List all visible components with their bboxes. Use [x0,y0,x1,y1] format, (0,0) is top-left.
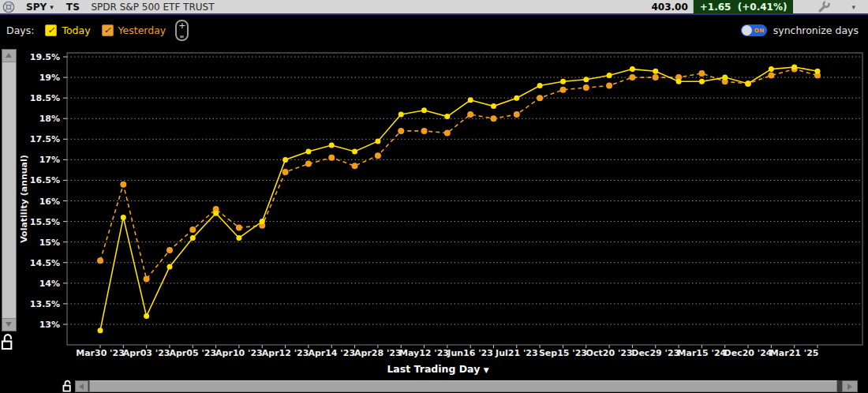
series-point-today [491,103,496,109]
compass-icon[interactable] [2,1,15,13]
arrow-right-icon [847,384,852,390]
series-point-today [560,79,566,84]
instrument-title: SPDR S&P 500 ETF TRUST [92,2,215,13]
series-point-today [653,69,658,74]
series-point-today [514,95,519,101]
x-tick-label: Dec29 '23 [631,348,679,358]
today-checkbox-icon: ✓ [45,24,57,36]
series-point-yesterday [328,155,335,161]
series-point-yesterday [421,128,428,134]
series-point-today [791,65,797,70]
ts-badge: TS [66,2,80,13]
volatility-chart[interactable]: 19.5%19%18.5%18%17.5%17%16.5%16%15.5%15%… [0,47,868,379]
x-tick-label: Oct20 '23 [586,348,633,358]
y-tick-label: 15.5% [30,217,60,227]
series-point-yesterday [444,130,451,137]
series-point-yesterday [606,83,612,89]
y-tick-label: 14.5% [30,258,60,268]
arrow-left-icon [79,384,84,390]
series-point-today [746,80,751,86]
yesterday-checkbox-label: Yesterday [118,24,166,36]
series-point-today [190,235,196,241]
yesterday-checkbox[interactable]: ✓ Yesterday [102,24,166,36]
y-tick-label: 17% [39,155,60,165]
x-tick-label: Jun16 '23 [447,348,493,358]
series-point-today [282,157,288,163]
series-point-yesterday [491,115,497,122]
series-point-today [699,79,705,84]
check-icon: ✓ [103,25,110,36]
x-axis-dropdown-icon: ▼ [484,366,489,374]
x-tick-label: Apr28 '23 [354,348,402,358]
plot-border [67,53,862,345]
series-point-today [769,66,774,72]
series-point-today [722,75,728,80]
y-tick-label: 16.5% [30,175,60,185]
series-point-yesterday [189,226,196,233]
y-tick-label: 19.5% [30,52,60,62]
series-point-today [144,313,149,319]
series-point-today [583,77,589,82]
header-dropdown-icon[interactable]: ▾ [851,3,855,11]
series-point-today [167,264,173,270]
series-point-today [329,143,335,148]
x-tick-label: Jul21 '23 [495,348,538,358]
toggle-knob [742,25,752,36]
unlock-icon-bottom[interactable] [62,380,73,393]
series-point-yesterday [120,182,126,188]
y-tick-label: 18% [39,114,60,124]
add-day-control[interactable]: + [175,20,189,41]
horizontal-scrollbar[interactable] [75,380,858,392]
y-tick-label: 13% [39,320,60,330]
x-tick-label: Dec20 '24 [724,348,773,358]
wrench-icon[interactable] [817,0,831,14]
series-point-today [305,149,311,155]
pill-dot [180,36,184,38]
series-point-today [468,97,473,103]
scroll-left-button[interactable] [75,380,88,392]
series-point-yesterday [282,169,289,175]
x-tick-label: Apr14 '23 [308,348,355,358]
today-checkbox[interactable]: ✓ Today [45,24,90,36]
x-tick-label: Mar30 '23 [76,348,125,358]
synchronize-toggle[interactable]: ON [741,24,767,36]
series-point-yesterday [698,70,705,77]
series-point-today [537,83,543,88]
symbol-selector[interactable]: SPY ▾ [26,2,54,13]
x-axis-label-text: Last Trading Day [387,363,480,375]
series-line-yesterday [100,69,817,279]
series-point-today [421,107,427,113]
x-axis-label[interactable]: Last Trading Day ▼ [359,363,517,375]
series-point-yesterday [768,73,774,79]
series-point-today [375,138,380,144]
title-bar: SPY ▾ TS SPDR S&P 500 ETF TRUST 403.00 +… [0,0,868,15]
symbol-label: SPY [26,2,47,13]
series-point-yesterday [97,257,103,264]
x-tick-label: Apr10 '23 [215,348,263,358]
chart-area: Volatility (annual) 19.5%19%18.5%18%17.5… [0,47,868,393]
series-point-today [352,149,357,155]
symbol-dropdown-icon: ▾ [50,3,54,11]
y-tick-label: 18.5% [30,93,60,103]
y-tick-label: 14% [39,279,60,289]
horizontal-scrollbar-thumb[interactable] [89,380,837,392]
x-tick-label: Apr05 '23 [169,348,216,358]
y-tick-label: 19% [39,73,60,83]
series-point-yesterday [305,161,312,167]
y-tick-label: 15% [39,238,60,248]
series-point-yesterday [537,95,543,101]
plus-icon: + [177,21,187,31]
series-point-yesterday [236,224,242,230]
synchronize-days-label: synchronize days [773,24,859,36]
yesterday-checkbox-icon: ✓ [102,24,114,36]
series-point-today [676,79,682,84]
x-tick-label: Apr12 '23 [262,348,309,358]
series-point-yesterday [398,128,404,134]
series-point-today [121,215,126,220]
x-tick-label: Apr03 '23 [123,348,170,358]
series-point-today [630,66,635,72]
scroll-right-button[interactable] [842,380,858,392]
app-window: SPY ▾ TS SPDR S&P 500 ETF TRUST 403.00 +… [0,0,868,393]
series-point-today [236,235,241,241]
series-point-today [260,219,265,224]
